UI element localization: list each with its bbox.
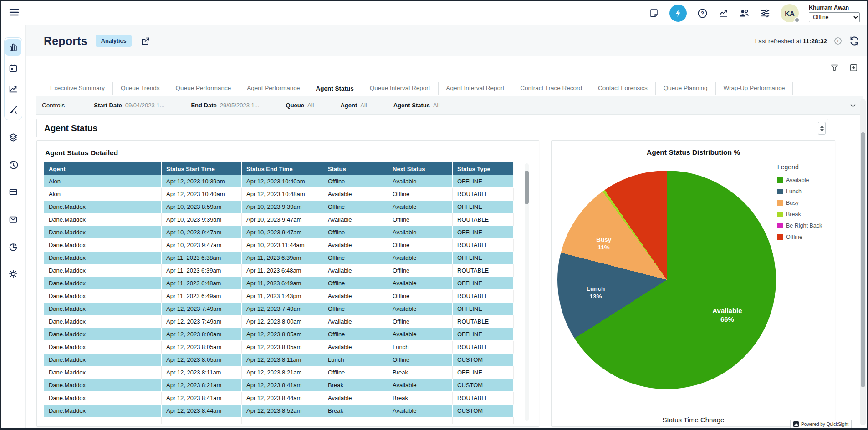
- refresh-icon[interactable]: [849, 35, 860, 46]
- table-row[interactable]: AlonApr 12, 2023 10:40amApr 12, 2023 10:…: [44, 188, 514, 201]
- table-cell: Apr 10, 2023 11:44am: [242, 239, 323, 252]
- agent-status-table-wrap: AgentStatus Start TimeStatus End TimeSta…: [44, 162, 514, 424]
- table-row[interactable]: Dane.MaddoxApr 11, 2023 6:39amApr 11, 20…: [44, 264, 514, 277]
- table-cell: Available: [323, 188, 388, 201]
- table-cell: Apr 11, 2023 6:48am: [242, 264, 323, 277]
- table-cell: Offline: [323, 303, 388, 315]
- control-start-date[interactable]: Start Date09/04/2023 1...: [94, 102, 164, 109]
- legend-item-available[interactable]: Available: [777, 177, 827, 183]
- agent-status-table: AgentStatus Start TimeStatus End TimeSta…: [44, 162, 514, 424]
- report-tabs: Executive SummaryQueue TrendsQueue Perfo…: [42, 82, 862, 95]
- tab-queue-performance[interactable]: Queue Performance: [168, 82, 239, 95]
- hamburger-menu-icon[interactable]: [8, 6, 20, 18]
- table-scrollbar-thumb[interactable]: [525, 171, 529, 204]
- gear-icon: [8, 269, 18, 279]
- table-row[interactable]: Dane.MaddoxApr 10, 2023 9:39amApr 10, 20…: [44, 213, 514, 226]
- table-row[interactable]: Dane.MaddoxApr 12, 2023 7:49amApr 12, 20…: [44, 315, 514, 328]
- table-cell: Apr 11, 2023 6:49am: [162, 290, 242, 303]
- download-icon[interactable]: [849, 63, 858, 72]
- filter-icon[interactable]: [830, 63, 839, 72]
- sidebar-item-app-window[interactable]: [5, 184, 21, 200]
- sidebar-item-pie-reports[interactable]: [5, 238, 21, 255]
- column-header-agent[interactable]: Agent: [44, 162, 162, 175]
- column-header-status[interactable]: Status: [323, 162, 388, 175]
- table-row[interactable]: Dane.MaddoxApr 11, 2023 6:48amApr 11, 20…: [44, 277, 514, 290]
- analytics-badge[interactable]: Analytics: [96, 35, 132, 47]
- legend-title: Legend: [777, 163, 827, 171]
- tab-queue-planning[interactable]: Queue Planning: [655, 82, 715, 95]
- table-row[interactable]: AlonApr 12, 2023 10:39amApr 12, 2023 10:…: [44, 175, 514, 188]
- table-cell: Available: [323, 213, 388, 226]
- tab-contact-forensics[interactable]: Contact Forensics: [590, 82, 655, 95]
- table-row[interactable]: Dane.MaddoxApr 12, 2023 8:11amApr 12, 20…: [44, 366, 514, 379]
- control-agent[interactable]: AgentAll: [340, 102, 367, 109]
- chevron-down-icon[interactable]: [849, 101, 857, 111]
- control-label: End Date: [191, 102, 216, 109]
- table-cell: Offline: [388, 315, 453, 328]
- legend-swatch: [777, 189, 783, 194]
- sidebar-item-history[interactable]: [5, 157, 21, 173]
- table-cell: OFFLINE: [453, 328, 514, 341]
- table-cell: Apr 12, 2023 7:49am: [162, 315, 242, 328]
- tab-contract-trace-record[interactable]: Contract Trace Record: [512, 82, 590, 95]
- tab-wrap-up-performance[interactable]: Wrap-Up Performance: [715, 82, 793, 95]
- table-row[interactable]: Dane.MaddoxApr 12, 2023 8:00amApr 12, 20…: [44, 328, 514, 341]
- page-scrollbar[interactable]: [860, 99, 866, 425]
- table-row[interactable]: Dane.MaddoxApr 11, 2023 6:49amApr 11, 20…: [44, 290, 514, 303]
- table-row[interactable]: Dane.MaddoxApr 10, 2023 9:47amApr 10, 20…: [44, 226, 514, 239]
- table-row[interactable]: Dane.MaddoxApr 11, 2023 6:38amApr 11, 20…: [44, 252, 514, 264]
- table-row[interactable]: Dane.MaddoxApr 10, 2023 9:47amApr 10, 20…: [44, 239, 514, 252]
- control-end-date[interactable]: End Date29/05/2023 1...: [191, 102, 259, 109]
- tab-agent-interval-report[interactable]: Agent Interval Report: [438, 82, 512, 95]
- legend-item-lunch[interactable]: Lunch: [777, 188, 827, 195]
- legend-item-busy[interactable]: Busy: [777, 200, 827, 206]
- document-icon[interactable]: [648, 8, 659, 19]
- sidebar-item-schedule[interactable]: [5, 60, 21, 76]
- control-queue[interactable]: QueueAll: [286, 102, 314, 109]
- table-row[interactable]: Dane.MaddoxApr 12, 2023 8:05amApr 12, 20…: [44, 354, 514, 366]
- column-header-status-start-time[interactable]: Status Start Time: [162, 162, 242, 175]
- table-row[interactable]: Dane.MaddoxApr 12, 2023 8:21amApr 12, 20…: [44, 379, 514, 392]
- tab-executive-summary[interactable]: Executive Summary: [42, 82, 112, 95]
- flash-icon[interactable]: [669, 5, 687, 22]
- table-row[interactable]: Dane.MaddoxApr 12, 2023 8:44amApr 12, 20…: [44, 405, 514, 417]
- line-chart-icon[interactable]: [718, 8, 729, 19]
- table-cell: Apr 12, 2023 8:21am: [242, 366, 323, 379]
- table-row[interactable]: Dane.MaddoxApr 12, 2023 8:05amApr 12, 20…: [44, 341, 514, 354]
- table-cell: Offline: [323, 252, 388, 264]
- table-row[interactable]: Dane.MaddoxApr 12, 2023 7:49amApr 12, 20…: [44, 303, 514, 315]
- sidebar-item-mail[interactable]: [5, 211, 21, 228]
- column-header-status-end-time[interactable]: Status End Time: [242, 162, 323, 175]
- pie-chart[interactable]: Busy11% Lunch13% Available66%: [557, 171, 776, 389]
- sheet-stepper[interactable]: [818, 122, 826, 135]
- table-cell: Break: [323, 379, 388, 392]
- table-cell: Available: [323, 341, 388, 354]
- legend-item-break[interactable]: Break: [777, 211, 827, 218]
- tab-queue-interval-report[interactable]: Queue Interval Report: [362, 82, 438, 95]
- column-header-next-status[interactable]: Next Status: [388, 162, 453, 175]
- page-scrollbar-thumb[interactable]: [861, 132, 865, 387]
- agent-status-select[interactable]: Offline: [809, 12, 860, 22]
- tab-agent-performance[interactable]: Agent Performance: [239, 82, 307, 95]
- help-icon[interactable]: ?: [697, 8, 708, 19]
- tab-agent-status[interactable]: Agent Status: [308, 82, 362, 95]
- info-icon[interactable]: i: [832, 35, 843, 46]
- external-link-icon[interactable]: [140, 35, 151, 46]
- sliders-icon[interactable]: [760, 8, 771, 19]
- sidebar-item-layers[interactable]: [5, 129, 21, 146]
- sidebar-item-designer[interactable]: [5, 102, 21, 118]
- users-icon[interactable]: [739, 8, 750, 19]
- sidebar-item-settings[interactable]: [5, 266, 21, 282]
- table-cell: Dane.Maddox: [44, 213, 162, 226]
- window-icon: [8, 187, 18, 197]
- column-header-status-type[interactable]: Status Type: [453, 162, 514, 175]
- sidebar-item-reports[interactable]: [5, 39, 21, 56]
- legend-item-be-right-back[interactable]: Be Right Back: [777, 223, 827, 229]
- tab-queue-trends[interactable]: Queue Trends: [112, 82, 168, 95]
- table-row[interactable]: Dane.MaddoxApr 10, 2023 8:59amApr 10, 20…: [44, 201, 514, 213]
- table-scrollbar[interactable]: [525, 163, 529, 421]
- legend-item-offline[interactable]: Offline: [777, 234, 827, 240]
- sidebar-item-metrics[interactable]: [5, 81, 21, 97]
- table-row[interactable]: Dane.MaddoxApr 12, 2023 8:41amApr 12, 20…: [44, 392, 514, 405]
- control-agent-status[interactable]: Agent StatusAll: [393, 102, 440, 109]
